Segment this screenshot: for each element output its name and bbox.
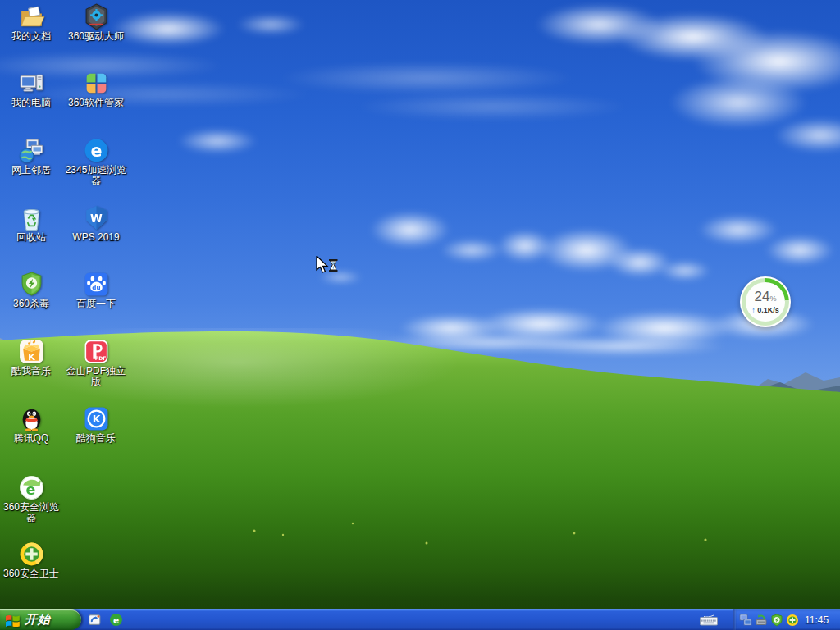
2345-browser-icon: e — [82, 136, 110, 164]
desktop-icon-my-computer[interactable]: 我的电脑 — [0, 69, 64, 108]
network-places-icon — [17, 136, 45, 164]
taskbar-clock[interactable]: 11:45 — [805, 614, 829, 626]
widget-upload-speed: ↑ 0.1K/s — [751, 306, 779, 314]
desktop-icon-baidu-search[interactable]: du 百度一下 — [63, 270, 129, 309]
desktop-icon-kuwo-music[interactable]: K 酷我音乐 — [0, 337, 64, 377]
svg-text:K: K — [92, 413, 100, 425]
desktop-icon-360-browser[interactable]: e 360安全浏览器 — [0, 473, 64, 523]
desktop-icon-label: 腾讯QQ — [14, 433, 49, 444]
widget-percent: 24% — [755, 290, 777, 305]
windows-flag-icon — [5, 614, 21, 627]
desktop-icon-label: 网上邻居 — [11, 165, 51, 176]
svg-text:du: du — [92, 284, 100, 291]
desktop: 我的文档 360驱动大师 我的电脑 360软件管家 — [0, 0, 840, 630]
desktop-icon-label: 百度一下 — [76, 299, 116, 309]
driver-master-tray-icon[interactable] — [755, 614, 768, 627]
360-antivirus-icon — [17, 270, 45, 298]
360-driver-master-icon — [82, 2, 110, 30]
desktop-icon-label: 360驱动大师 — [68, 31, 124, 42]
desktop-icon-360-driver-master[interactable]: 360驱动大师 — [63, 2, 129, 42]
up-arrow-icon: ↑ — [751, 306, 756, 314]
desktop-icon-label: 360安全浏览器 — [0, 502, 64, 523]
360-software-manager-icon — [82, 69, 110, 97]
kuwo-music-icon: K — [17, 337, 45, 365]
desktop-icon-recycle-bin[interactable]: 回收站 — [0, 203, 64, 243]
start-button[interactable]: 开始 — [0, 609, 81, 630]
desktop-icon-kugou-music[interactable]: K 酷狗音乐 — [63, 404, 129, 444]
recycle-bin-icon — [17, 203, 45, 231]
360-antivirus-tray-icon[interactable] — [770, 614, 783, 627]
my-computer-icon — [17, 69, 45, 97]
desktop-icon-my-documents[interactable]: 我的文档 — [0, 2, 64, 42]
desktop-icon-label: WPS 2019 — [72, 232, 119, 243]
360-browser-icon: e — [17, 473, 45, 501]
desktop-icon-label: 360杀毒 — [13, 299, 49, 309]
start-button-label: 开始 — [25, 612, 51, 628]
desktop-icon-label: 金山PDF独立版 — [63, 366, 129, 387]
desktop-icon-label: 酷我音乐 — [11, 366, 51, 377]
desktop-icon-label: 2345加速浏览器 — [63, 165, 129, 186]
desktop-icon-360-software-manager[interactable]: 360软件管家 — [63, 69, 129, 108]
kugou-music-icon: K — [82, 404, 110, 432]
desktop-icon-label: 酷狗音乐 — [76, 433, 116, 444]
desktop-icon-360-safeguard[interactable]: 360安全卫士 — [0, 540, 64, 579]
my-documents-icon — [17, 2, 45, 30]
busy-cursor — [316, 256, 340, 277]
desktop-icon-wps-2019[interactable]: W WPS 2019 — [63, 203, 129, 243]
desktop-icon-label: 360安全卫士 — [3, 568, 59, 579]
desktop-icon-network-places[interactable]: 网上邻居 — [0, 136, 64, 176]
network-status-icon[interactable] — [739, 614, 752, 627]
input-method-indicator[interactable] — [700, 609, 718, 630]
show-desktop-icon[interactable] — [88, 613, 102, 627]
baidu-search-icon: du — [82, 270, 110, 298]
360-safeguard-tray-icon[interactable] — [786, 614, 799, 627]
360-safeguard-icon — [17, 540, 45, 568]
wps-2019-icon: W — [82, 203, 110, 231]
svg-text:W: W — [90, 212, 103, 224]
svg-text:e: e — [25, 481, 35, 497]
desktop-icon-label: 我的文档 — [11, 31, 51, 42]
net-speed-widget[interactable]: 24% ↑ 0.1K/s — [740, 276, 791, 327]
desktop-icon-tencent-qq[interactable]: 腾讯QQ — [0, 404, 64, 444]
desktop-icon-label: 回收站 — [16, 232, 46, 243]
taskbar: 开始 e — [0, 609, 840, 630]
tencent-qq-icon — [17, 404, 45, 432]
svg-text:K: K — [28, 350, 36, 362]
svg-text:e: e — [90, 140, 102, 160]
desktop-icon-label: 360软件管家 — [68, 98, 124, 108]
keyboard-icon — [700, 614, 718, 626]
system-tray: 11:45 — [733, 609, 840, 630]
desktop-icon-label: 我的电脑 — [11, 98, 51, 108]
desktop-icon-kingsoft-pdf[interactable]: PDF 金山PDF独立版 — [63, 337, 129, 387]
desktop-icon-360-antivirus[interactable]: 360杀毒 — [0, 270, 64, 309]
svg-text:PDF: PDF — [94, 355, 106, 361]
360-browser-quick-icon[interactable]: e — [109, 613, 123, 627]
kingsoft-pdf-icon: PDF — [82, 337, 110, 365]
quick-launch: e — [88, 609, 123, 630]
progress-ring: 24% ↑ 0.1K/s — [742, 278, 789, 326]
svg-text:e: e — [113, 615, 119, 626]
desktop-icon-2345-browser[interactable]: e 2345加速浏览器 — [63, 136, 129, 186]
